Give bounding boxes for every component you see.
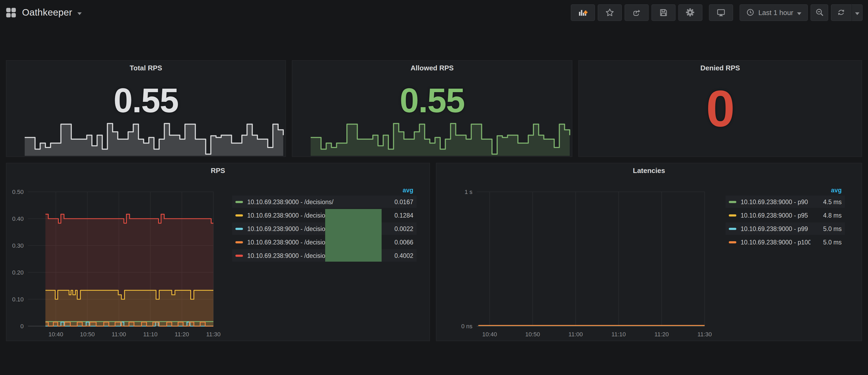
svg-text:1 s: 1 s bbox=[465, 189, 472, 195]
dashboard-title[interactable]: Oathkeeper bbox=[22, 7, 72, 18]
legend-row[interactable]: 10.10.69.238:9000 - /decisions/0.1284 bbox=[232, 209, 416, 221]
dashboard-canvas: Total RPS 0.55 Allowed RPS 0.55 Denied R… bbox=[0, 25, 868, 375]
legend-row[interactable]: 10.10.69.238:9000 - p1005.0 ms bbox=[725, 236, 845, 248]
panel-title[interactable]: Total RPS bbox=[6, 64, 285, 72]
legend-row[interactable]: 10.10.69.238:9000 - /decisions/0.0066 bbox=[232, 236, 416, 248]
legend-series-value: 4.5 ms bbox=[810, 198, 842, 205]
legend-series-swatch[interactable] bbox=[729, 201, 736, 203]
star-button[interactable] bbox=[598, 4, 622, 21]
chevron-down-icon bbox=[797, 12, 801, 15]
dashboard-picker[interactable]: Oathkeeper bbox=[5, 7, 82, 18]
legend-series-swatch[interactable] bbox=[236, 241, 243, 243]
legend-series-value: 0.0167 bbox=[382, 198, 413, 205]
share-button[interactable] bbox=[624, 4, 649, 21]
svg-text:10:40: 10:40 bbox=[482, 331, 497, 338]
legend-series-swatch[interactable] bbox=[236, 214, 243, 216]
time-range-label: Last 1 hour bbox=[758, 8, 793, 17]
legend-series-name[interactable]: 10.10.69.238:9000 - p99 bbox=[741, 225, 810, 232]
star-icon bbox=[605, 8, 614, 17]
legend-series-name[interactable]: 10.10.69.238:9000 - p90 bbox=[741, 198, 810, 205]
navbar: Oathkeeper bbox=[0, 0, 868, 25]
refresh-interval-dropdown[interactable] bbox=[851, 4, 863, 21]
legend-row[interactable]: 10.10.69.238:9000 - /decisions/0.4002 bbox=[232, 249, 416, 262]
legend-row[interactable]: 10.10.69.238:9000 - /decisions/0.0022 bbox=[232, 222, 416, 235]
legend-series-swatch[interactable] bbox=[729, 214, 736, 216]
legend-series-value: 5.0 ms bbox=[810, 239, 842, 245]
svg-text:11:30: 11:30 bbox=[698, 331, 712, 338]
legend-series-name[interactable]: 10.10.69.238:9000 - p95 bbox=[741, 212, 810, 218]
svg-text:0.30: 0.30 bbox=[12, 242, 24, 249]
legend-series-swatch[interactable] bbox=[729, 227, 736, 230]
monitor-icon bbox=[716, 8, 725, 17]
panel-allowed-rps: Allowed RPS 0.55 bbox=[292, 60, 572, 157]
latencies-chart[interactable]: 10:4010:5011:0011:1011:2011:300 ns1 s bbox=[436, 180, 716, 342]
legend-rows: 10.10.69.238:9000 - p904.5 ms10.10.69.23… bbox=[725, 195, 845, 248]
navbar-toolbar: Last 1 hour bbox=[571, 4, 863, 21]
rps-legend: avg 10.10.69.238:9000 - /decisions/0.016… bbox=[232, 187, 416, 263]
clock-icon bbox=[746, 8, 754, 17]
legend-row[interactable]: 10.10.69.238:9000 - /decisions/0.0167 bbox=[232, 195, 416, 208]
rps-chart[interactable]: 10:4010:5011:0011:1011:2011:3000.100.200… bbox=[6, 180, 221, 342]
refresh-button[interactable] bbox=[831, 4, 851, 21]
svg-text:0.50: 0.50 bbox=[12, 189, 24, 195]
svg-text:11:10: 11:10 bbox=[143, 331, 157, 338]
legend-series-swatch[interactable] bbox=[729, 241, 736, 243]
legend-series-name[interactable]: 10.10.69.238:9000 - /decisions/ bbox=[247, 198, 382, 205]
svg-text:11:00: 11:00 bbox=[568, 331, 583, 338]
svg-text:10:40: 10:40 bbox=[49, 331, 63, 338]
panel-title[interactable]: Denied RPS bbox=[579, 64, 862, 72]
chevron-down-icon bbox=[855, 12, 859, 15]
svg-text:0.20: 0.20 bbox=[12, 269, 24, 276]
legend-avg-header[interactable]: avg bbox=[232, 187, 416, 195]
legend-series-name[interactable]: 10.10.69.238:9000 - p100 bbox=[741, 239, 810, 245]
add-panel-button[interactable] bbox=[571, 4, 595, 21]
svg-text:11:00: 11:00 bbox=[112, 331, 126, 338]
panel-denied-rps: Denied RPS 0 bbox=[578, 60, 862, 157]
svg-text:0 ns: 0 ns bbox=[461, 323, 472, 330]
legend-avg-header[interactable]: avg bbox=[725, 187, 845, 195]
legend-series-swatch[interactable] bbox=[236, 254, 243, 256]
panel-total-rps: Total RPS 0.55 bbox=[6, 60, 286, 157]
svg-text:11:10: 11:10 bbox=[611, 331, 626, 338]
legend-row[interactable]: 10.10.69.238:9000 - p904.5 ms bbox=[725, 195, 845, 208]
zoom-out-button[interactable] bbox=[810, 4, 828, 21]
chevron-down-icon bbox=[78, 12, 82, 15]
green-overlay-artifact bbox=[325, 209, 381, 262]
panel-rps-graph: RPS 10:4010:5011:0011:1011:2011:3000.100… bbox=[6, 163, 430, 341]
svg-text:0.40: 0.40 bbox=[12, 215, 24, 222]
svg-text:0.10: 0.10 bbox=[12, 296, 24, 303]
legend-series-swatch[interactable] bbox=[236, 201, 243, 203]
add-panel-icon bbox=[578, 8, 587, 17]
panel-title[interactable]: Latencies bbox=[436, 166, 862, 175]
legend-series-value: 0.1284 bbox=[382, 212, 413, 218]
share-icon bbox=[632, 8, 641, 17]
legend-rows: 10.10.69.238:9000 - /decisions/0.016710.… bbox=[232, 195, 416, 262]
svg-text:11:20: 11:20 bbox=[654, 331, 669, 338]
latencies-legend: avg 10.10.69.238:9000 - p904.5 ms10.10.6… bbox=[725, 187, 845, 249]
legend-series-value: 0.4002 bbox=[382, 252, 413, 259]
legend-series-value: 4.8 ms bbox=[810, 212, 842, 218]
cycle-view-button[interactable] bbox=[709, 4, 733, 21]
zoom-out-icon bbox=[815, 8, 824, 17]
stat-value: 0 bbox=[579, 75, 862, 143]
save-icon bbox=[659, 8, 668, 17]
svg-text:11:20: 11:20 bbox=[175, 331, 189, 338]
svg-text:10:50: 10:50 bbox=[525, 331, 540, 338]
legend-row[interactable]: 10.10.69.238:9000 - p995.0 ms bbox=[725, 222, 845, 235]
panel-title[interactable]: RPS bbox=[6, 166, 429, 175]
settings-button[interactable] bbox=[678, 4, 703, 21]
legend-series-swatch[interactable] bbox=[236, 227, 243, 230]
time-range-picker[interactable]: Last 1 hour bbox=[740, 4, 808, 21]
svg-text:10:50: 10:50 bbox=[80, 331, 95, 338]
dashboard-root: Oathkeeper bbox=[0, 0, 868, 375]
save-button[interactable] bbox=[651, 4, 676, 21]
svg-text:0: 0 bbox=[21, 323, 24, 330]
legend-series-value: 5.0 ms bbox=[810, 225, 842, 232]
panel-latencies-graph: Latencies 10:4010:5011:0011:1011:2011:30… bbox=[436, 163, 862, 341]
legend-series-value: 0.0066 bbox=[382, 239, 413, 245]
gear-icon bbox=[685, 7, 695, 17]
legend-row[interactable]: 10.10.69.238:9000 - p954.8 ms bbox=[725, 209, 845, 221]
panel-title[interactable]: Allowed RPS bbox=[292, 64, 572, 72]
svg-text:11:30: 11:30 bbox=[206, 331, 220, 338]
refresh-icon bbox=[837, 8, 845, 17]
